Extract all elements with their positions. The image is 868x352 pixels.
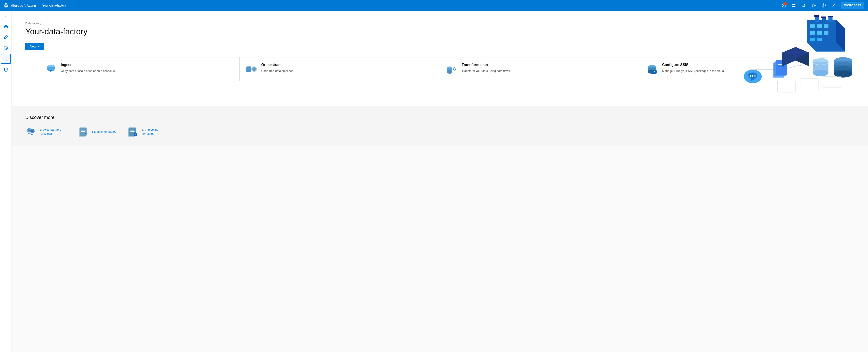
factory-svg	[728, 16, 855, 97]
gear-icon	[812, 3, 816, 7]
transform-content: Transform data Transform your data using…	[462, 63, 511, 73]
svg-rect-59	[814, 16, 819, 17]
discover-item-partners[interactable]: Browse partners (preview)	[25, 126, 67, 137]
discover-items: Browse partners (preview) Pipeline templ…	[25, 126, 855, 137]
svg-point-10	[833, 4, 834, 6]
top-navigation: Microsoft Azure | Your-data-factory 1	[0, 0, 868, 11]
feature-card-transform[interactable]: Transform data Transform your data using…	[440, 57, 641, 81]
sap-templates-label: SAP pipeline templates	[142, 128, 168, 136]
briefcase-icon	[3, 56, 8, 61]
sidebar-item-author[interactable]	[1, 32, 11, 42]
ingest-content: Ingest Copy data at scale once or on a s…	[61, 63, 116, 73]
svg-point-87	[31, 130, 34, 133]
svg-rect-64	[823, 77, 841, 88]
user-profile-button[interactable]: MICROSOFT	[841, 2, 865, 9]
feature-card-orchestrate[interactable]: Orchestrate Code-free data pipelines.	[240, 57, 440, 81]
svg-marker-13	[4, 68, 8, 70]
svg-rect-12	[4, 58, 8, 61]
ingest-icon	[44, 63, 57, 76]
svg-point-71	[252, 67, 256, 71]
new-button-label: New	[30, 45, 36, 48]
svg-point-86	[28, 129, 31, 131]
svg-point-37	[813, 70, 829, 76]
sidebar-item-monitor[interactable]	[1, 43, 11, 53]
transform-title: Transform data	[462, 63, 511, 67]
orchestrate-content: Orchestrate Code-free data pipelines.	[261, 63, 294, 73]
svg-point-74	[447, 70, 452, 74]
svg-rect-61	[828, 16, 833, 17]
svg-rect-60	[821, 17, 826, 18]
new-button[interactable]: New ▾	[25, 43, 43, 50]
svg-marker-76	[453, 68, 455, 70]
nav-separator: |	[39, 3, 40, 8]
user-icon	[832, 3, 836, 7]
svg-point-9	[824, 6, 824, 7]
pipeline-templates-label: Pipeline templates	[92, 130, 116, 134]
ingest-desc: Copy data at scale once or on a schedule…	[61, 69, 116, 73]
svg-rect-55	[817, 38, 822, 41]
svg-point-23	[754, 75, 756, 77]
question-icon	[822, 3, 826, 7]
svg-marker-17	[800, 64, 802, 66]
home-icon	[3, 24, 8, 29]
svg-rect-63	[800, 79, 818, 90]
svg-point-22	[752, 75, 753, 77]
discover-title: Discover more	[25, 115, 855, 120]
partners-label: Browse partners (preview)	[40, 128, 67, 136]
ssis-desc: Manage & run your SSIS packages in the c…	[662, 69, 725, 73]
svg-rect-49	[817, 24, 822, 28]
main-content: Data factory Your-data-factory New ▾	[12, 11, 868, 352]
svg-rect-50	[824, 24, 829, 28]
hero-section: Data factory Your-data-factory New ▾	[12, 11, 868, 106]
svg-rect-51	[810, 31, 815, 35]
discover-item-sap-templates[interactable]: S SAP pipeline templates	[127, 126, 168, 137]
notification-badge: 1	[783, 2, 787, 5]
instance-name: Your-data-factory	[42, 4, 66, 7]
orchestrate-desc: Code-free data pipelines.	[261, 69, 294, 73]
ssis-title: Configure SSIS	[662, 63, 725, 67]
monitor-icon	[3, 46, 8, 51]
ssis-icon	[646, 63, 658, 76]
svg-text:S: S	[134, 134, 136, 136]
svg-rect-48	[810, 24, 815, 28]
hero-illustration	[728, 16, 855, 97]
ingest-title: Ingest	[61, 63, 116, 67]
svg-point-7	[813, 5, 814, 6]
svg-rect-67	[247, 67, 251, 68]
brand-name: Microsoft Azure	[10, 4, 36, 7]
orchestrate-title: Orchestrate	[261, 63, 294, 67]
help-button[interactable]	[819, 1, 828, 10]
partners-icon	[25, 126, 36, 137]
new-button-chevron: ▾	[38, 45, 39, 48]
svg-rect-69	[247, 70, 251, 72]
sap-templates-icon: S	[127, 126, 138, 137]
sidebar-item-home[interactable]	[1, 21, 11, 31]
portal-menu-icon	[792, 3, 796, 7]
sidebar-expand-button[interactable]: »	[4, 13, 8, 19]
svg-rect-62	[778, 81, 796, 92]
account-button[interactable]	[829, 1, 838, 10]
pipeline-templates-icon	[78, 126, 89, 137]
svg-rect-4	[794, 4, 796, 5]
svg-rect-5	[792, 6, 794, 7]
svg-rect-52	[817, 31, 822, 35]
portal-menu-button[interactable]	[789, 1, 798, 10]
discover-section: Discover more Browse partners (preview)	[12, 106, 868, 146]
discover-item-pipeline-templates[interactable]: Pipeline templates	[78, 126, 116, 137]
graduation-icon	[3, 67, 8, 72]
settings-button[interactable]	[809, 1, 818, 10]
transform-desc: Transform your data using data flows.	[462, 69, 511, 73]
top-nav-actions: 1	[779, 1, 865, 10]
notifications-button[interactable]	[799, 1, 808, 10]
chat-support-button[interactable]: 1	[779, 1, 788, 10]
orchestrate-icon	[245, 63, 258, 76]
svg-rect-6	[794, 6, 796, 7]
bell-icon	[802, 3, 806, 7]
svg-rect-3	[792, 4, 794, 5]
sidebar-item-portfolio[interactable]	[1, 54, 11, 64]
feature-card-ingest[interactable]: Ingest Copy data at scale once or on a s…	[39, 57, 240, 81]
pencil-icon	[3, 35, 8, 39]
svg-rect-54	[810, 38, 815, 41]
brand-logo: Microsoft Azure	[4, 3, 36, 8]
sidebar-item-learn[interactable]	[1, 65, 11, 75]
